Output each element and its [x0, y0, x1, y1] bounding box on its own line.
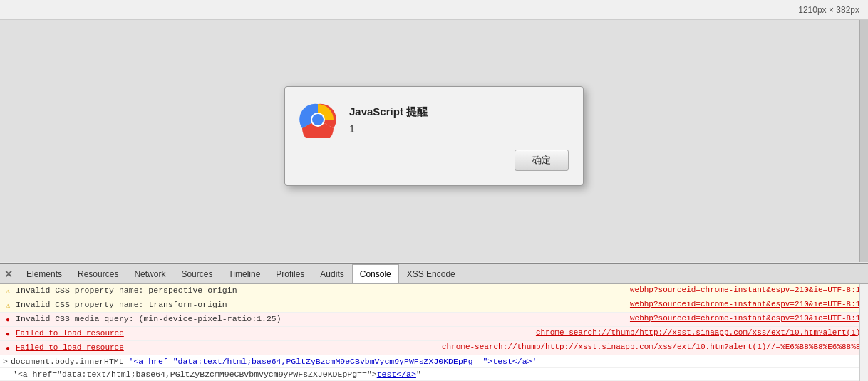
- error-icon-3: ●: [3, 315, 13, 325]
- tab-resources[interactable]: Resources: [70, 264, 126, 283]
- console-code-7b: ": [416, 370, 421, 379]
- tab-elements[interactable]: Elements: [19, 264, 70, 283]
- alert-dialog-text: JavaScript 提醒 1: [349, 105, 428, 135]
- console-line-6: > document.body.innerHTML='<a href="data…: [0, 355, 868, 368]
- console-arrow-6: >: [3, 357, 8, 366]
- console-url-3[interactable]: webhp?sourceid=chrome-instant&espv=210&i…: [624, 314, 865, 323]
- warning-icon-2: ⚠: [3, 301, 13, 310]
- tab-network[interactable]: Network: [126, 264, 173, 283]
- console-text-1: Invalid CSS property name: perspective-o…: [16, 286, 624, 295]
- alert-dialog: JavaScript 提醒 1 确定: [284, 86, 584, 186]
- tab-profiles[interactable]: Profiles: [268, 264, 312, 283]
- console-text-3: Invalid CSS media query: (min-device-pix…: [16, 314, 624, 323]
- console-code-6: document.body.innerHTML=: [11, 357, 129, 366]
- devtools-scrollbar[interactable]: [859, 284, 868, 381]
- alert-ok-button[interactable]: 确定: [515, 150, 569, 171]
- warning-icon-1: ⚠: [3, 286, 13, 296]
- svg-point-1: [312, 114, 324, 125]
- console-link-6[interactable]: '<a href="data:text/html;base64,PGltZyBz…: [129, 357, 537, 366]
- tab-sources[interactable]: Sources: [173, 264, 220, 283]
- chrome-logo-icon: [299, 101, 336, 138]
- console-line-3: ● Invalid CSS media query: (min-device-p…: [0, 313, 868, 327]
- dimensions-label: 1210px × 382px: [798, 5, 859, 15]
- devtools-close-button[interactable]: ✕: [3, 268, 14, 280]
- failed-resource-link-2[interactable]: Failed to load resource: [16, 343, 124, 352]
- console-line-7: '<a href="data:text/html;base64,PGltZyBz…: [0, 368, 868, 381]
- error-icon-5: ●: [3, 343, 13, 353]
- console-line-5: ● Failed to load resource chrome-search:…: [0, 341, 868, 355]
- console-code-7: '<a href="data:text/html;base64,PGltZyBz…: [13, 370, 377, 379]
- console-text-2: Invalid CSS property name: transform-ori…: [16, 300, 624, 309]
- alert-message: 1: [349, 123, 428, 135]
- alert-title: JavaScript 提醒: [349, 105, 428, 119]
- console-line-4: ● Failed to load resource chrome-search:…: [0, 327, 868, 341]
- error-icon-4: ●: [3, 329, 13, 339]
- tab-timeline[interactable]: Timeline: [220, 264, 268, 283]
- devtools-panel: ✕ Elements Resources Network Sources Tim…: [0, 263, 868, 381]
- alert-footer: 确定: [299, 150, 569, 171]
- tab-console[interactable]: Console: [352, 264, 399, 283]
- failed-resource-link-1[interactable]: Failed to load resource: [16, 329, 124, 338]
- top-bar: 1210px × 382px: [0, 0, 868, 20]
- browser-content: JavaScript 提醒 1 确定: [0, 20, 868, 262]
- console-url-4[interactable]: chrome-search://thumb/http://xsst.sinaap…: [530, 328, 865, 337]
- console-link-7[interactable]: test</a>: [377, 370, 416, 379]
- alert-overlay: JavaScript 提醒 1 确定: [284, 86, 584, 186]
- console-url-2[interactable]: webhp?sourceid=chrome-instant&espv=210&i…: [624, 300, 865, 308]
- console-url-1[interactable]: webhp?sourceid=chrome-instant&espv=210&i…: [624, 286, 865, 294]
- devtools-tabs: ✕ Elements Resources Network Sources Tim…: [0, 264, 868, 284]
- tab-xss-encode[interactable]: XSS Encode: [399, 264, 463, 283]
- browser-scrollbar[interactable]: [859, 20, 868, 262]
- console-line-2: ⚠ Invalid CSS property name: transform-o…: [0, 298, 868, 313]
- console-line-1: ⚠ Invalid CSS property name: perspective…: [0, 284, 868, 298]
- console-output: ⚠ Invalid CSS property name: perspective…: [0, 284, 868, 381]
- console-url-5[interactable]: chrome-search://thumb/http://xsst.sinaap…: [436, 343, 865, 351]
- alert-dialog-header: JavaScript 提醒 1: [299, 101, 569, 138]
- tab-audits[interactable]: Audits: [312, 264, 351, 283]
